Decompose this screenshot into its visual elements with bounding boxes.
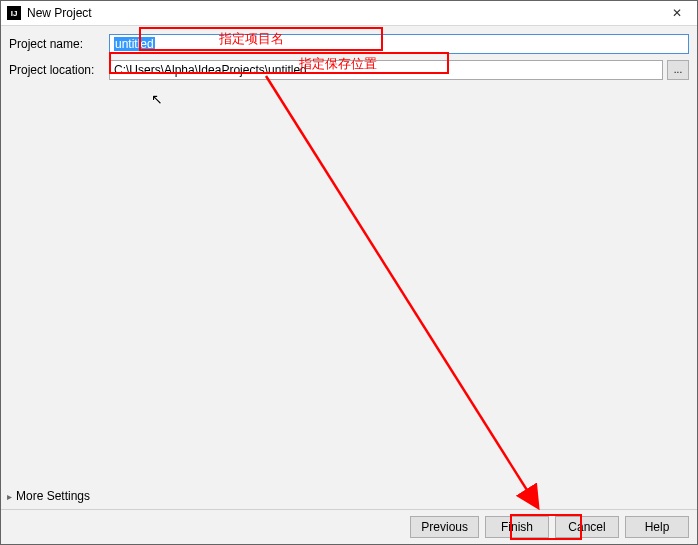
cancel-button[interactable]: Cancel bbox=[555, 516, 619, 538]
form-area: Project name: untitled Project location:… bbox=[1, 26, 697, 90]
more-settings-toggle[interactable]: ▸ More Settings bbox=[1, 485, 697, 509]
project-location-label: Project location: bbox=[9, 63, 109, 77]
browse-button[interactable]: ... bbox=[667, 60, 689, 80]
project-name-input[interactable]: untitled bbox=[109, 34, 689, 54]
titlebar: IJ New Project ✕ bbox=[1, 1, 697, 26]
help-button[interactable]: Help bbox=[625, 516, 689, 538]
previous-button[interactable]: Previous bbox=[410, 516, 479, 538]
project-name-label: Project name: bbox=[9, 37, 109, 51]
expand-icon: ▸ bbox=[7, 491, 12, 502]
project-name-row: Project name: untitled bbox=[9, 34, 689, 54]
finish-button[interactable]: Finish bbox=[485, 516, 549, 538]
dialog-body bbox=[1, 90, 697, 485]
dialog-footer: Previous Finish Cancel Help bbox=[1, 509, 697, 544]
new-project-dialog: IJ New Project ✕ Project name: untitled … bbox=[0, 0, 698, 545]
project-location-value: C:\Users\Alpha\IdeaProjects\untitled bbox=[114, 63, 307, 77]
app-icon: IJ bbox=[7, 6, 21, 20]
project-name-value: untitled bbox=[114, 37, 155, 51]
project-location-input[interactable]: C:\Users\Alpha\IdeaProjects\untitled bbox=[109, 60, 663, 80]
project-location-row: Project location: C:\Users\Alpha\IdeaPro… bbox=[9, 60, 689, 80]
close-icon[interactable]: ✕ bbox=[661, 3, 693, 23]
window-title: New Project bbox=[27, 6, 661, 20]
more-settings-label: More Settings bbox=[16, 489, 90, 503]
